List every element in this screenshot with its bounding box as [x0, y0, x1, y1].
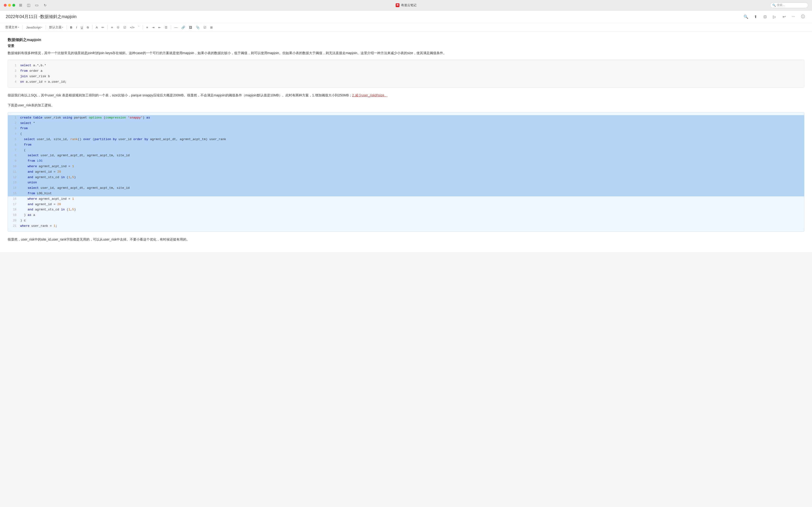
- line-number: 3: [8, 74, 16, 79]
- code-content: from LOG: [20, 159, 800, 164]
- line-number: 17: [8, 202, 16, 207]
- separator-5: [107, 25, 108, 30]
- share-action-btn[interactable]: ⬆: [752, 13, 759, 20]
- titlebar-right: 🔍 搜索...: [770, 2, 808, 8]
- underline-button[interactable]: U: [80, 25, 84, 30]
- minimize-button[interactable]: [8, 4, 11, 7]
- outdent-button[interactable]: ⇤: [157, 25, 162, 30]
- code-content: on a.user_id = a.user_id;: [20, 79, 800, 84]
- checkbox-button[interactable]: ☑: [122, 25, 128, 30]
- code-line-2-19: 19 ) as a: [8, 213, 804, 218]
- line-number: 5: [8, 137, 16, 142]
- unordered-list-button[interactable]: ≡: [110, 25, 114, 30]
- strikethrough-button[interactable]: S: [85, 25, 90, 30]
- doc-subheading: 背景: [8, 44, 804, 48]
- theme-dropdown[interactable]: 默认主题 ▾: [48, 24, 65, 30]
- code-content: and agrmnt_id = 20: [20, 170, 800, 175]
- code-content: ) as a: [20, 213, 800, 218]
- list-style-button[interactable]: ☰: [163, 25, 169, 30]
- lang-dropdown[interactable]: JavaScript ▾: [25, 25, 44, 30]
- code-line-2-7: 7 (: [8, 148, 804, 153]
- align-button[interactable]: ≡: [145, 25, 150, 30]
- separator-3: [66, 25, 67, 30]
- refresh-button[interactable]: ↻: [42, 2, 49, 8]
- code-content: select user_id, agrmnt_acpt_dt, agrmnt_a…: [20, 153, 800, 158]
- image-button[interactable]: 🖼: [188, 25, 194, 30]
- maximize-button[interactable]: [12, 4, 15, 7]
- code-block-button[interactable]: </>: [129, 25, 136, 30]
- code-line-2-8: 8 select user_id, agrmnt_acpt_dt, agrmnt…: [8, 153, 804, 158]
- inline-code-button[interactable]: `: [137, 25, 141, 30]
- search-action-btn[interactable]: 🔍: [743, 13, 749, 20]
- paragraph-2-link[interactable]: 2.减少user_risk的size。: [352, 93, 388, 97]
- line-number: 14: [8, 186, 16, 190]
- code-line-1-4: 4 on a.user_id = a.user_id;: [8, 79, 804, 85]
- code-content: where user_rank = 1;: [20, 224, 800, 229]
- line-number: 1: [8, 63, 16, 68]
- line-number: 3: [8, 126, 16, 131]
- highlight-button[interactable]: ✏: [100, 25, 106, 30]
- layout-btn-1[interactable]: ⊞: [17, 2, 24, 8]
- ordered-list-button[interactable]: ①: [115, 25, 121, 30]
- paragraph-3: 下面是user_risk表的加工逻辑。: [8, 102, 804, 108]
- bold-button[interactable]: B: [69, 25, 74, 30]
- code-content: (: [20, 148, 800, 153]
- page-title: 2022年04月11日 -数据倾斜之mapjoin: [6, 14, 77, 19]
- separator-1: [22, 25, 23, 30]
- line-number: 6: [8, 143, 16, 147]
- code-content: and agrmnt_sts_cd in (1,5): [20, 207, 800, 212]
- code-content: and agrmnt_sts_cd in (1,5): [20, 175, 800, 180]
- code-line-2-11: 11 and agrmnt_id = 20: [8, 169, 804, 175]
- code-line-2-1: 1 create table user_risk using parquet o…: [8, 115, 804, 121]
- font-color-button[interactable]: A: [94, 25, 99, 30]
- code-content: where agrmnt_acpt_ind = 1: [20, 196, 800, 202]
- code-content: join user_risk b: [20, 74, 800, 79]
- page-header: 2022年04月11日 -数据倾斜之mapjoin 🔍 ⬆ ⊡ ▷ ↩ ··· …: [0, 10, 812, 23]
- titlebar: ⊞ ◫ ▭ ↻ 有 有道云笔记 🔍 搜索...: [0, 0, 812, 10]
- search-placeholder: 搜索...: [777, 3, 785, 7]
- text-style-dropdown[interactable]: 普通文本 ▾: [4, 24, 21, 30]
- code-block-2: 1 create table user_risk using parquet o…: [8, 112, 804, 232]
- app-logo: 有: [396, 3, 400, 7]
- toolbar: 普通文本 ▾ JavaScript ▾ 默认主题 ▾ B I U S A ✏ ≡…: [0, 23, 812, 32]
- code-content: from order a: [20, 69, 800, 74]
- info-action-btn[interactable]: ⓘ: [800, 13, 806, 20]
- layout-btn-3[interactable]: ▭: [33, 2, 40, 8]
- separator-6: [143, 25, 143, 30]
- header-actions: 🔍 ⬆ ⊡ ▷ ↩ ··· ⓘ: [743, 13, 806, 20]
- layout-btn-2[interactable]: ◫: [25, 2, 32, 8]
- code-line-2-12: 12 and agrmnt_sts_cd in (1,5): [8, 175, 804, 180]
- code-content: select user_id, agrmnt_acpt_dt, agrmnt_a…: [20, 186, 800, 191]
- code-line-2-21: 21 where user_rank = 1;: [8, 223, 804, 229]
- separator-7: [171, 25, 171, 30]
- titlebar-center: 有 有道云笔记: [396, 3, 416, 7]
- separator-2: [46, 25, 46, 30]
- code-content: from: [20, 143, 800, 148]
- indent-button[interactable]: ⇥: [150, 25, 156, 30]
- line-number: 11: [8, 170, 16, 174]
- code-content: (: [20, 131, 800, 136]
- attachment-button[interactable]: 📎: [194, 25, 201, 30]
- paragraph-4: 很显然，user_risk中的site_id,user_rank字段都是无用的，…: [8, 236, 804, 242]
- line-number: 13: [8, 180, 16, 185]
- code-line-1-3: 3 join user_risk b: [8, 74, 804, 79]
- code-line-2-16: 16 where agrmnt_acpt_ind = 1: [8, 196, 804, 202]
- code-line-2-10: 10 where agrmnt_acpt_ind = 1: [8, 164, 804, 169]
- todo-button[interactable]: ☑: [202, 25, 208, 30]
- layout-action-btn[interactable]: ⊡: [762, 13, 768, 20]
- window-controls: ⊞ ◫ ▭: [17, 2, 40, 8]
- back-action-btn[interactable]: ↩: [780, 13, 787, 20]
- more-action-btn[interactable]: ···: [790, 13, 797, 20]
- search-bar[interactable]: 🔍 搜索...: [770, 2, 808, 8]
- play-action-btn[interactable]: ▷: [771, 13, 778, 20]
- paragraph-2-text: 假设我们有以上SQL，其中user_risk 表是根据规则加工得到的一个表，si…: [8, 93, 352, 97]
- code-content: where agrmnt_acpt_ind = 1: [20, 164, 800, 169]
- close-button[interactable]: [4, 4, 7, 7]
- hr-button[interactable]: —: [173, 25, 179, 30]
- chevron-down-icon: ▾: [18, 26, 19, 29]
- code-content: from: [20, 126, 800, 131]
- italic-button[interactable]: I: [74, 25, 79, 30]
- link-button[interactable]: 🔗: [180, 25, 187, 30]
- table-button[interactable]: ⊞: [209, 25, 214, 30]
- chevron-down-icon-2: ▾: [41, 26, 42, 29]
